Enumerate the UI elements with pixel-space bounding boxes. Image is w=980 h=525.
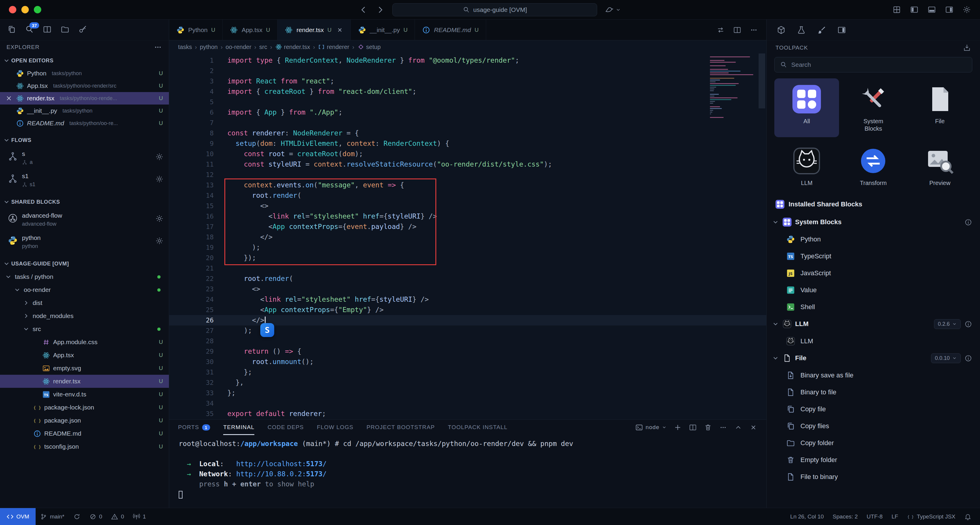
breadcrumb-setup[interactable]: setup: [357, 43, 381, 51]
version-select[interactable]: 0.0.10: [931, 353, 961, 363]
toolpack-category-preview[interactable]: Preview: [908, 140, 972, 191]
code-line[interactable]: 29 return () => {: [169, 346, 766, 357]
close-window-button[interactable]: [9, 6, 16, 13]
block-item-llm[interactable]: LLM: [767, 333, 980, 349]
breadcrumb-oo-render[interactable]: oo-render: [226, 44, 251, 51]
block-item-copy-folder[interactable]: Copy folder: [767, 434, 980, 452]
code-line[interactable]: 17 <App contextProps={event.payload} />: [169, 222, 766, 232]
block-item-empty-folder[interactable]: Empty folder: [767, 452, 980, 468]
open-editor-render-tsx[interactable]: render.tsxtasks/python/oo-rende...U: [0, 92, 169, 105]
code-line[interactable]: 22 root.render(: [169, 273, 766, 284]
code-line[interactable]: 30 root.unmount();: [169, 357, 766, 367]
code-line[interactable]: 5: [169, 97, 766, 107]
open-editor-readme-md[interactable]: README.mdtasks/python/oo-re...U: [0, 117, 169, 129]
search-button[interactable]: 37: [25, 25, 34, 35]
code-line[interactable]: 10 const root = createRoot(dom);: [169, 149, 766, 159]
panel-tab-project-bootstrap[interactable]: PROJECT BOOTSTRAP: [366, 420, 435, 435]
tree-item-package-json[interactable]: { }package.jsonU: [0, 414, 169, 427]
close-editor-icon[interactable]: [5, 107, 13, 115]
panel-tab-ports[interactable]: PORTS1: [178, 420, 210, 435]
status-lf[interactable]: LF: [887, 508, 902, 525]
info-icon[interactable]: [964, 218, 972, 226]
more-actions-icon[interactable]: [719, 423, 727, 431]
code-line[interactable]: 15 <>: [169, 201, 766, 211]
more-actions-icon[interactable]: [750, 26, 758, 34]
breadcrumb-src[interactable]: src: [259, 44, 267, 51]
toggle-sidebar-icon[interactable]: [910, 5, 919, 14]
close-editor-icon[interactable]: [5, 81, 13, 90]
tab-render-tsx[interactable]: render.tsxU: [277, 19, 351, 40]
status-0[interactable]: 0: [85, 508, 107, 525]
code-line[interactable]: 7: [169, 118, 766, 128]
split-editor-button[interactable]: [43, 25, 52, 35]
block-item-file-to-binary[interactable]: File to binary: [767, 468, 980, 485]
tree-item-empty-svg[interactable]: empty.svgU: [0, 362, 169, 375]
open-editor-app-tsx[interactable]: App.tsxtasks/python/oo-render/srcU: [0, 80, 169, 92]
code-line[interactable]: 11 const styleURI = context.resolveStati…: [169, 159, 766, 169]
close-panel-icon[interactable]: [749, 423, 757, 431]
gear-icon[interactable]: [155, 153, 164, 161]
tree-item-tsconfig-json[interactable]: { }tsconfig.jsonU: [0, 440, 169, 453]
status-sync[interactable]: [69, 508, 85, 525]
block-item-python[interactable]: Python: [767, 231, 980, 248]
key-button[interactable]: [78, 25, 87, 35]
minimap[interactable]: [710, 56, 754, 121]
open-editor-init-py[interactable]: __init__.pytasks/pythonU: [0, 105, 169, 117]
breadcrumb-renderer[interactable]: renderer: [318, 43, 349, 51]
command-center-search[interactable]: usage-guide [OVM]: [392, 3, 597, 16]
version-select[interactable]: 0.2.6: [934, 319, 961, 329]
code-line[interactable]: 34: [169, 398, 766, 409]
code-line[interactable]: 20 });: [169, 253, 766, 263]
split-editor-icon[interactable]: [733, 26, 741, 34]
terminal-output[interactable]: root@localhost:/app/workspace (main*) # …: [169, 435, 766, 508]
maximize-panel-icon[interactable]: [734, 423, 742, 431]
tree-item-package-lock-json[interactable]: { }package-lock.jsonU: [0, 401, 169, 414]
breadcrumb-render-tsx[interactable]: render.tsx: [275, 43, 310, 51]
gear-icon[interactable]: [155, 214, 164, 223]
block-item-binary-to-file[interactable]: Binary to file: [767, 384, 980, 401]
tree-item-vite-env-d-ts[interactable]: TSvite-env.d.tsU: [0, 388, 169, 401]
status-0[interactable]: 0: [107, 508, 129, 525]
open-editor-python[interactable]: Pythontasks/pythonU: [0, 67, 169, 80]
tree-item-dist[interactable]: dist: [0, 296, 169, 310]
code-line[interactable]: 6import { App } from "./App";: [169, 107, 766, 118]
block-item-value[interactable]: Value: [767, 281, 980, 298]
split-terminal-icon[interactable]: [689, 423, 697, 431]
maximize-window-button[interactable]: [34, 6, 41, 13]
code-line[interactable]: 3import React from "react";: [169, 76, 766, 86]
theme-brush-icon[interactable]: [817, 26, 826, 34]
kill-terminal-icon[interactable]: [704, 423, 712, 431]
block-section-file[interactable]: File0.0.10: [767, 349, 980, 367]
close-editor-icon[interactable]: [5, 119, 13, 128]
info-icon[interactable]: [964, 320, 972, 328]
import-toolpack-icon[interactable]: [963, 44, 971, 52]
code-line[interactable]: 14 root.render(: [169, 190, 766, 201]
status-ln-26-col-10[interactable]: Ln 26, Col 10: [786, 508, 828, 525]
tree-item-src[interactable]: src: [0, 322, 169, 335]
copy-button[interactable]: [7, 25, 16, 35]
code-line[interactable]: 21: [169, 263, 766, 273]
tab-init-py[interactable]: __init__.pyU: [351, 19, 415, 40]
minimize-window-button[interactable]: [21, 6, 29, 13]
status-typescript-jsx[interactable]: { }TypeScript JSX: [902, 508, 960, 525]
tab-python[interactable]: PythonU: [169, 19, 223, 40]
status-ovm[interactable]: OVM: [0, 508, 36, 525]
code-line[interactable]: 8const renderer: NodeRenderer = {: [169, 128, 766, 138]
tree-item-oo-render[interactable]: oo-render: [0, 283, 169, 296]
panel-tab-terminal[interactable]: TERMINAL: [223, 420, 255, 435]
shared-block-python[interactable]: pythonpython: [0, 231, 169, 253]
code-line[interactable]: 32 },: [169, 377, 766, 388]
tab-app-tsx[interactable]: App.tsxU: [223, 19, 277, 40]
tree-item-render-tsx[interactable]: render.tsxU: [0, 375, 169, 388]
code-line[interactable]: 9 setup(dom: HTMLDivElement, context: Re…: [169, 138, 766, 149]
block-item-javascript[interactable]: JSJavaScript: [767, 265, 980, 281]
toolpack-search-input[interactable]: Search: [774, 57, 972, 72]
code-line[interactable]: 28: [169, 336, 766, 346]
code-line[interactable]: 24 <link rel="stylesheet" href={styleURI…: [169, 294, 766, 305]
open-editors-header[interactable]: OPEN EDITORS: [0, 54, 169, 67]
status-utf-8[interactable]: UTF-8: [862, 508, 887, 525]
flow-item-s[interactable]: sa: [0, 147, 169, 169]
terminal-profile-select[interactable]: node: [635, 423, 667, 431]
compare-icon[interactable]: [716, 26, 725, 34]
tree-item-app-tsx[interactable]: App.tsxU: [0, 349, 169, 362]
